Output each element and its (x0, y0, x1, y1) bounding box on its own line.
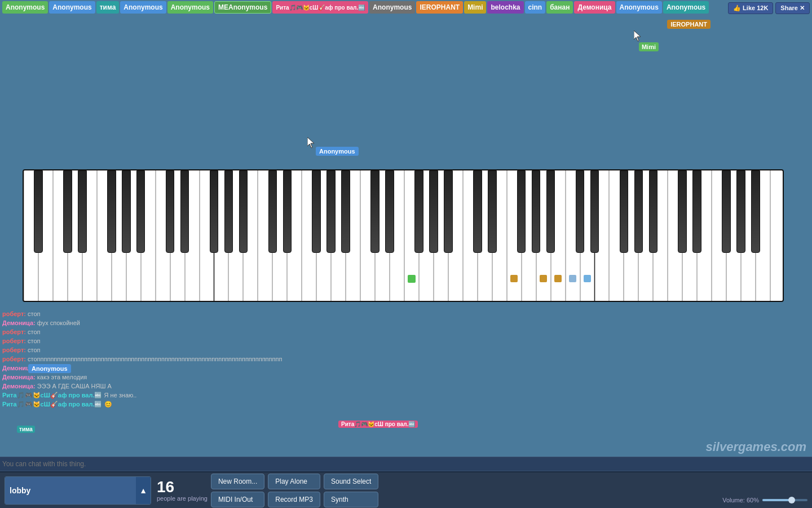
facebook-buttons: 👍 Like 12K Share ✕ (728, 2, 810, 14)
chat-input[interactable] (2, 460, 810, 468)
chat-username: Демоница: (2, 374, 36, 380)
user-tag-anonymous-6[interactable]: Anonymous (616, 1, 662, 14)
black-key-0[interactable] (34, 170, 43, 253)
user-tag-anonymous-1[interactable]: Anonymous (2, 1, 48, 14)
chat-message: ЭЭЭ А ГДЕ САША НЯШ А (37, 383, 112, 389)
chat-line: роберт: стоп (2, 328, 336, 336)
anonymous-floating-label: Anonymous (316, 147, 359, 156)
sound-select-button[interactable]: Sound Select (324, 474, 378, 489)
chat-username: Рита🎵🎮🐱сШ🎸аф про вал.🔤 (2, 401, 103, 408)
top-user-bar: Anonymous Anonymous тима Anonymous Anony… (0, 0, 812, 34)
black-key-26[interactable] (414, 170, 423, 253)
user-tag-mimi[interactable]: Mimi (464, 1, 486, 14)
black-key-42[interactable] (649, 170, 658, 253)
share-button[interactable]: Share ✕ (775, 2, 810, 14)
black-key-48[interactable] (736, 170, 745, 253)
black-key-35[interactable] (546, 170, 555, 253)
user-tag-demonitsa[interactable]: Демоница (574, 1, 615, 14)
bottom-control-bar: lobby ▲ 16 people are playing New Room..… (0, 471, 812, 508)
black-key-34[interactable] (532, 170, 541, 253)
chat-input-bar (0, 457, 812, 471)
button-group-1: New Room... MIDI In/Out (211, 474, 264, 507)
chat-username: роберт: (2, 347, 26, 353)
black-key-12[interactable] (210, 170, 219, 253)
black-key-10[interactable] (180, 170, 189, 253)
black-key-20[interactable] (326, 170, 336, 253)
black-key-28[interactable] (444, 170, 453, 253)
black-key-41[interactable] (634, 170, 643, 253)
chat-line: Демоница: ЭЭЭ А ГДЕ САША НЯШ А (2, 382, 336, 391)
user-tag-cinn[interactable]: cinn (525, 1, 546, 14)
black-key-30[interactable] (473, 170, 482, 253)
black-key-7[interactable] (136, 170, 145, 253)
cursor-1 (307, 137, 316, 148)
volume-control: Volume: 60% (722, 497, 807, 503)
user-tag-anonymous-3[interactable]: Anonymous (120, 1, 166, 14)
chat-line: роберт: стоп (2, 346, 336, 354)
room-selector[interactable]: lobby ▲ (5, 476, 151, 505)
volume-slider-track[interactable] (762, 499, 807, 501)
chat-line: роберт: стоп (2, 337, 336, 345)
synth-button[interactable]: Synth (324, 492, 378, 507)
chat-message: стоп (28, 329, 41, 335)
black-key-14[interactable] (239, 170, 248, 253)
chat-message: какэ эта мелодия (37, 374, 87, 380)
black-key-37[interactable] (576, 170, 585, 253)
user-tag-banan[interactable]: банан (546, 1, 573, 14)
volume-knob[interactable] (788, 497, 795, 503)
black-key-6[interactable] (122, 170, 131, 253)
black-key-40[interactable] (620, 170, 629, 253)
midi-button[interactable]: MIDI In/Out (211, 492, 264, 507)
black-key-31[interactable] (488, 170, 497, 253)
chat-line: роберт: стоп (2, 310, 336, 318)
black-key-9[interactable] (166, 170, 175, 253)
user-tag-belochka[interactable]: belochka (487, 1, 523, 14)
key-indicator-green (408, 275, 416, 283)
black-key-44[interactable] (678, 170, 687, 253)
black-key-47[interactable] (722, 170, 731, 253)
chat-line: Демоница: какэ эта мелодия (2, 373, 336, 382)
black-key-21[interactable] (341, 170, 350, 253)
user-tag-anonymous-2[interactable]: Anonymous (49, 1, 95, 14)
black-key-23[interactable] (370, 170, 379, 253)
room-name-label: lobby (5, 477, 136, 504)
black-key-27[interactable] (429, 170, 438, 253)
piano-keys[interactable] (24, 170, 784, 302)
user-tag-anonymous-7[interactable]: Anonymous (663, 1, 709, 14)
new-room-button[interactable]: New Room... (211, 474, 264, 489)
black-key-45[interactable] (692, 170, 701, 253)
chat-message: стоп (28, 347, 41, 353)
like-button[interactable]: 👍 Like 12K (728, 2, 773, 14)
play-alone-button[interactable]: Play Alone (268, 474, 320, 489)
white-key-51[interactable] (770, 170, 784, 302)
chat-username: роберт: (2, 329, 26, 335)
chat-username: роберт: (2, 356, 26, 362)
people-count-display: 16 people are playing (157, 479, 208, 502)
black-key-2[interactable] (63, 170, 72, 253)
black-key-16[interactable] (268, 170, 277, 253)
room-dropdown-arrow[interactable]: ▲ (136, 477, 151, 504)
black-key-24[interactable] (385, 170, 394, 253)
user-tag-me[interactable]: ME Anonymous (214, 1, 271, 14)
chat-message: Я не знаю.. (104, 392, 137, 398)
record-mp3-button[interactable]: Record MP3 (268, 492, 320, 507)
user-tag-anonymous-5[interactable]: Anonymous (369, 1, 415, 14)
user-tag-rita[interactable]: Рита🎵🎮🐱сШ🎸аф про вал.🔤 (272, 1, 368, 14)
black-key-19[interactable] (312, 170, 321, 253)
user-tag-ierophant[interactable]: IEROPHANT (416, 1, 463, 14)
black-key-33[interactable] (517, 170, 526, 253)
black-key-5[interactable] (107, 170, 116, 253)
rita-bottom-label: Рита🎵🎮🐱сШ про вал.🔤 (338, 421, 418, 428)
chat-line: Рита🎵🎮🐱сШ🎸аф про вал.🔤 Я не знаю.. (2, 391, 336, 400)
chat-line: Демоница: фух спокойней (2, 319, 336, 327)
user-tag-anonymous-4[interactable]: Anonymous (167, 1, 213, 14)
black-key-38[interactable] (590, 170, 599, 253)
black-key-49[interactable] (751, 170, 760, 253)
chat-username: Демоница: (2, 319, 36, 326)
key-indicator-3 (569, 275, 576, 282)
black-key-17[interactable] (283, 170, 292, 253)
black-key-3[interactable] (78, 170, 87, 253)
black-key-13[interactable] (224, 170, 233, 253)
chat-message: фух спокойней (37, 319, 80, 326)
user-tag-tima[interactable]: тима (96, 1, 120, 14)
